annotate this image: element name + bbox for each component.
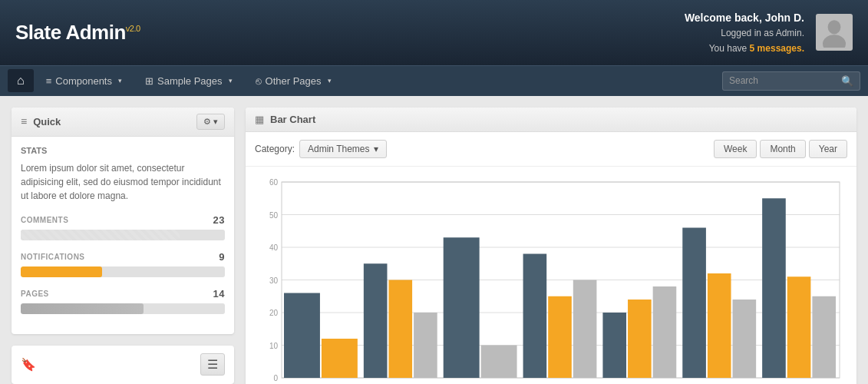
category-selector: Category: Admin Themes ▾: [255, 140, 387, 158]
messages-count: 5 messages.: [750, 43, 804, 54]
progress-bar-bg-comments: [21, 230, 225, 240]
bar-chart-widget: ▦ Bar Chart Category: Admin Themes ▾ Wee…: [246, 108, 856, 384]
svg-rect-33: [762, 198, 786, 378]
pages-icon: ⊞: [145, 75, 153, 87]
stat-notifications-value: 9: [219, 251, 225, 263]
nav-sample-pages[interactable]: ⊞ Sample Pages ▾: [134, 69, 243, 93]
bookmark-icon: 🔖: [21, 357, 36, 372]
svg-rect-26: [573, 280, 597, 378]
chart-toolbar: Category: Admin Themes ▾ Week Month Year: [246, 132, 856, 167]
widget-header: ≡ Quick ⚙ ▾: [12, 108, 234, 137]
bars-icon: ≡: [21, 115, 27, 127]
welcome-block: Welcome back, John D. Logged in as Admin…: [685, 9, 804, 56]
svg-rect-19: [364, 263, 388, 378]
stat-pages: PAGES 14: [21, 288, 225, 314]
avatar: [816, 14, 853, 51]
stat-notifications-label: NOTIFICATIONS 9: [21, 251, 225, 263]
progress-bar-pages: [21, 303, 144, 314]
chevron-down-icon: ▾: [118, 77, 122, 84]
month-button[interactable]: Month: [760, 140, 805, 158]
svg-rect-32: [733, 300, 757, 378]
nav-home[interactable]: ⌂: [8, 69, 34, 92]
list-icon: ≡: [46, 75, 52, 87]
navbar: ⌂ ≡ Components ▾ ⊞ Sample Pages ▾ ⎋ Othe…: [0, 65, 868, 96]
gear-icon: ⚙: [203, 117, 211, 127]
svg-rect-28: [628, 300, 652, 378]
external-icon: ⎋: [256, 75, 262, 87]
bookmark-widget: 🔖 ☰: [12, 346, 234, 384]
search-box[interactable]: 🔍: [722, 71, 860, 91]
right-panel: ▦ Bar Chart Category: Admin Themes ▾ Wee…: [246, 108, 856, 384]
chevron-down-icon-2: ▾: [229, 77, 233, 84]
time-buttons: Week Month Year: [714, 140, 847, 158]
chevron-down-icon-4: ▾: [374, 144, 378, 154]
stat-comments: COMMENTS 23: [21, 214, 225, 240]
left-panel: ≡ Quick ⚙ ▾ Stats Lorem ipsum dolor sit …: [12, 108, 234, 384]
nav-other-pages-label: Other Pages: [266, 75, 322, 87]
bookmark-action-button[interactable]: ☰: [200, 353, 225, 376]
progress-bar-comments: [21, 230, 180, 240]
svg-text:50: 50: [269, 210, 279, 219]
chevron-down-icon-3: ▾: [328, 77, 332, 84]
welcome-name: Welcome back, John D.: [685, 9, 804, 26]
progress-bar-notifications: [21, 266, 102, 277]
nav-components[interactable]: ≡ Components ▾: [35, 69, 133, 93]
svg-rect-22: [444, 237, 480, 378]
stat-label-text: COMMENTS: [21, 216, 68, 224]
version-badge: v2.0: [126, 24, 140, 33]
stat-comments-label: COMMENTS 23: [21, 214, 225, 226]
svg-rect-25: [548, 296, 572, 378]
svg-rect-23: [481, 345, 517, 378]
category-dropdown[interactable]: Admin Themes ▾: [299, 140, 386, 158]
svg-rect-18: [322, 339, 358, 378]
logged-in-text: Logged in as Admin.: [685, 26, 804, 41]
svg-rect-27: [602, 313, 626, 378]
stats-subtitle: Stats: [21, 146, 225, 155]
year-button[interactable]: Year: [809, 140, 847, 158]
chart-area: 6050403020100: [246, 167, 856, 384]
svg-point-0: [828, 21, 841, 35]
widget-gear-button[interactable]: ⚙ ▾: [196, 114, 225, 130]
svg-rect-29: [653, 286, 677, 378]
nav-components-label: Components: [55, 75, 112, 87]
category-label: Category:: [255, 144, 295, 154]
header: Slate Adminv2.0 Welcome back, John D. Lo…: [0, 0, 868, 65]
svg-rect-30: [682, 227, 706, 378]
chart-header: ▦ Bar Chart: [246, 108, 856, 132]
svg-rect-24: [523, 253, 547, 378]
stat-notifications: NOTIFICATIONS 9: [21, 251, 225, 277]
caret-icon: ▾: [213, 117, 218, 127]
svg-point-1: [823, 35, 846, 48]
stat-pages-label: PAGES 14: [21, 288, 225, 300]
widget-actions: ⚙ ▾: [196, 114, 225, 130]
search-input[interactable]: [729, 75, 837, 86]
category-value: Admin Themes: [308, 144, 369, 154]
svg-text:30: 30: [269, 276, 279, 284]
svg-rect-17: [284, 293, 320, 378]
stat-comments-value: 23: [213, 214, 225, 226]
logo-text: Slate Admin: [15, 21, 126, 44]
chart-icon: ▦: [255, 114, 264, 125]
widget-title: ≡ Quick: [21, 115, 61, 127]
week-button[interactable]: Week: [714, 140, 757, 158]
stat-label-text-2: NOTIFICATIONS: [21, 253, 85, 261]
svg-rect-20: [388, 280, 412, 378]
widget-title-text: Quick: [33, 116, 61, 127]
svg-rect-21: [414, 313, 437, 378]
search-icon[interactable]: 🔍: [841, 75, 853, 87]
svg-text:0: 0: [273, 374, 278, 382]
progress-bar-bg-pages: [21, 303, 225, 314]
bar-chart-svg: 6050403020100: [255, 174, 847, 384]
stat-label-text-3: PAGES: [21, 290, 49, 298]
stats-description: Lorem ipsum dolor sit amet, consectetur …: [21, 161, 225, 203]
nav-sample-pages-label: Sample Pages: [157, 75, 223, 87]
header-right: Welcome back, John D. Logged in as Admin…: [685, 9, 853, 56]
svg-rect-31: [708, 273, 731, 378]
svg-text:60: 60: [269, 178, 279, 187]
svg-rect-35: [812, 296, 836, 378]
chart-title: Bar Chart: [270, 114, 315, 125]
svg-text:20: 20: [269, 309, 279, 317]
chart-svg-container: 6050403020100: [255, 174, 847, 384]
nav-other-pages[interactable]: ⎋ Other Pages ▾: [245, 69, 342, 93]
stat-pages-value: 14: [213, 288, 225, 300]
